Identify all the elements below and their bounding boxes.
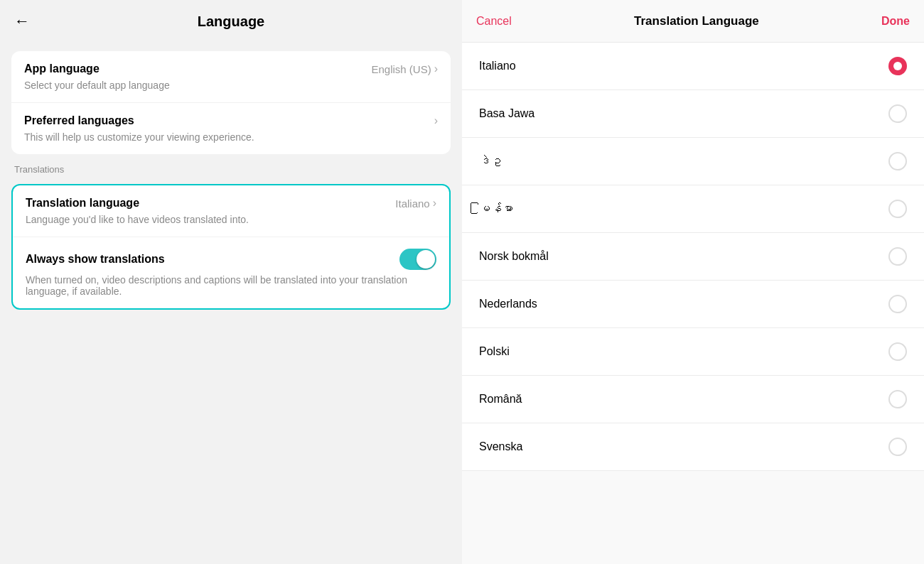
language-list-item[interactable]: Svenska (462, 423, 924, 471)
language-name: Polski (479, 345, 510, 358)
right-panel-title: Translation Language (634, 14, 759, 28)
left-page-title: Language (198, 13, 264, 30)
done-button[interactable]: Done (881, 15, 910, 28)
language-name: Basa Jawa (479, 107, 534, 120)
language-list: ItalianoBasa Jawaဒဲဥမြန်မာNorsk bokmålNe… (462, 43, 924, 564)
always-show-translations-item: Always show translations When turned on,… (13, 237, 449, 308)
language-list-item[interactable]: Română (462, 376, 924, 423)
radio-button[interactable] (888, 295, 907, 313)
radio-button[interactable] (888, 57, 907, 75)
language-name: Norsk bokmål (479, 250, 549, 263)
language-name: ဒဲဥ (479, 155, 502, 168)
language-list-item[interactable]: Nederlands (462, 281, 924, 328)
back-button[interactable]: ← (14, 12, 30, 31)
preferred-languages-item[interactable]: Preferred languages › This will help us … (11, 103, 451, 154)
translation-language-desc: Language you'd like to have videos trans… (26, 214, 436, 225)
radio-button[interactable] (888, 247, 907, 266)
language-list-item[interactable]: Norsk bokmål (462, 233, 924, 281)
app-language-chevron-icon: › (434, 63, 438, 75)
radio-button[interactable] (888, 200, 907, 218)
right-panel: Cancel Translation Language Done Italian… (462, 0, 924, 564)
language-list-item[interactable]: မြန်မာ (462, 185, 924, 233)
preferred-languages-chevron-icon: › (434, 114, 438, 127)
left-header: ← Language (0, 0, 462, 43)
language-name: Svenska (479, 440, 522, 453)
translation-language-item[interactable]: Translation language Italiano › Language… (13, 185, 449, 237)
language-settings-card: App language English (US) › Select your … (11, 51, 451, 154)
language-name: Nederlands (479, 298, 537, 310)
translation-language-value: Italiano › (395, 197, 436, 210)
always-show-title: Always show translations (26, 253, 165, 266)
left-panel: ← Language App language English (US) › S… (0, 0, 462, 564)
radio-button[interactable] (888, 390, 907, 408)
app-language-title: App language (24, 63, 100, 75)
radio-button[interactable] (888, 342, 907, 361)
translations-section-label: Translations (11, 163, 451, 175)
toggle-knob (417, 250, 435, 269)
language-list-item[interactable]: Polski (462, 328, 924, 376)
cancel-button[interactable]: Cancel (476, 15, 512, 28)
translations-card: Translation language Italiano › Language… (11, 184, 451, 310)
app-language-item[interactable]: App language English (US) › Select your … (11, 51, 451, 103)
language-name: မြန်မာ (479, 202, 513, 215)
always-show-toggle[interactable] (399, 249, 436, 270)
right-header: Cancel Translation Language Done (462, 0, 924, 43)
app-language-value: English (US) › (371, 63, 438, 75)
language-list-item[interactable]: ဒဲဥ (462, 138, 924, 185)
language-list-item[interactable]: Basa Jawa (462, 90, 924, 138)
radio-button[interactable] (888, 152, 907, 170)
preferred-languages-desc: This will help us customize your viewing… (24, 131, 438, 143)
app-language-desc: Select your default app language (24, 80, 438, 91)
language-name: Română (479, 393, 522, 406)
translation-language-title: Translation language (26, 197, 139, 210)
language-list-item[interactable]: Italiano (462, 43, 924, 90)
translation-language-chevron-icon: › (433, 197, 436, 210)
radio-button[interactable] (888, 438, 907, 456)
preferred-languages-title: Preferred languages (24, 114, 134, 127)
radio-button[interactable] (888, 104, 907, 123)
language-name: Italiano (479, 60, 516, 72)
always-show-desc: When turned on, video descriptions and c… (26, 274, 436, 297)
left-content: App language English (US) › Select your … (0, 43, 462, 318)
